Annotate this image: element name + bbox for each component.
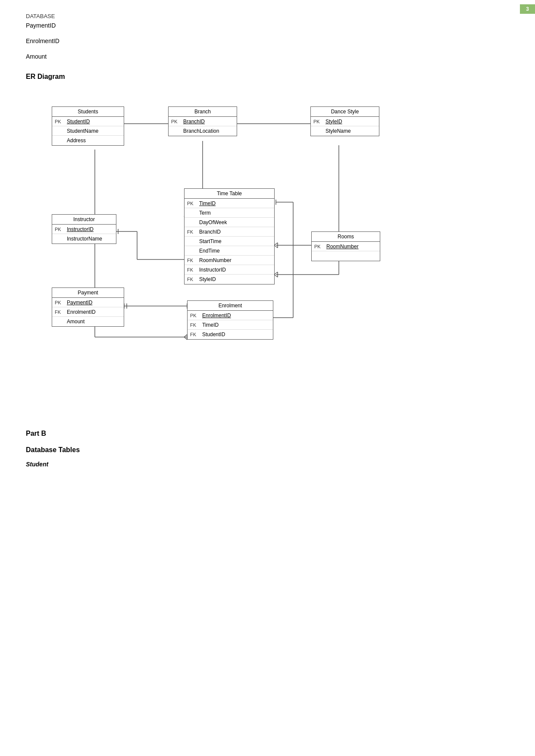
field-e-studentid: StudentID [202, 331, 225, 337]
entity-instructor-row-name: InstructorName [52, 234, 116, 244]
entity-dance-style: Dance Style PK StyleID StyleName [310, 106, 379, 136]
er-diagram: Students PK StudentID StudentName Addres… [26, 89, 500, 412]
field-tt-branchid: BranchID [199, 229, 221, 235]
entity-payment: Payment PK PaymentID FK EnrolmentID Amou… [52, 287, 124, 327]
entity-instructor: Instructor PK InstructorID InstructorNam… [52, 214, 116, 244]
entity-branch: Branch PK BranchID BranchLocation [168, 106, 237, 136]
entity-payment-row-amount: Amount [52, 317, 124, 326]
field-amount: Amount [26, 53, 509, 60]
entity-branch-row-location: BranchLocation [169, 126, 237, 136]
key-pk: PK [55, 119, 67, 124]
entity-timetable: Time Table PK TimeID Term DayOfWeek FK B… [184, 188, 275, 284]
entity-timetable-row-pk: PK TimeID [185, 199, 274, 208]
field-instructorname: InstructorName [67, 236, 102, 242]
page-number: 3 [520, 4, 535, 14]
entity-timetable-row-dayofweek: DayOfWeek [185, 218, 274, 227]
svg-line-8 [274, 243, 278, 245]
field-tt-instructorid: InstructorID [199, 267, 226, 273]
entity-rooms-title: Rooms [312, 232, 380, 242]
entity-instructor-row-pk: PK InstructorID [52, 225, 116, 234]
entity-enrolment-row-timeid: FK TimeID [188, 320, 273, 330]
entity-students-row-name: StudentName [52, 126, 124, 136]
field-paymentid: PaymentID [67, 300, 92, 306]
field-branchlocation: BranchLocation [183, 128, 219, 134]
field-tt-roomnumber: RoomNumber [199, 257, 232, 263]
entity-students-row-pk: PK StudentID [52, 117, 124, 126]
svg-line-35 [184, 334, 187, 337]
entity-timetable-row-starttime: StartTime [185, 237, 274, 246]
field-endtime: EndTime [199, 248, 220, 254]
field-e-timeid: TimeID [202, 322, 219, 328]
entity-students: Students PK StudentID StudentName Addres… [52, 106, 124, 146]
entity-payment-row-enrolmentid: FK EnrolmentID [52, 307, 124, 317]
entity-payment-title: Payment [52, 288, 124, 298]
entity-dance-style-row-name: StyleName [311, 126, 379, 136]
field-enrolmentid: EnrolmentID [202, 312, 231, 319]
entity-dance-style-title: Dance Style [311, 107, 379, 117]
entity-enrolment-row-studentid: FK StudentID [188, 330, 273, 339]
entity-timetable-title: Time Table [185, 189, 274, 199]
field-roomnumber: RoomNumber [326, 244, 359, 250]
field-timeid: TimeID [199, 200, 216, 206]
svg-line-20 [274, 272, 278, 275]
student-label: Student [26, 461, 509, 468]
field-starttime: StartTime [199, 238, 222, 244]
entity-timetable-row-endtime: EndTime [185, 246, 274, 256]
entity-dance-style-row-pk: PK StyleID [311, 117, 379, 126]
entity-enrolment: Enrolment PK EnrolmentID FK TimeID FK St… [187, 300, 273, 340]
entity-payment-row-pk: PK PaymentID [52, 298, 124, 307]
entity-rooms-row-pk: PK RoomNumber [312, 242, 380, 251]
field-address: Address [67, 137, 86, 144]
part-b-heading: Part B [26, 430, 509, 437]
field-branchid: BranchID [183, 119, 205, 125]
svg-line-9 [274, 245, 278, 248]
field-stylename: StyleName [325, 128, 351, 134]
field-p-enrolmentid: EnrolmentID [67, 309, 96, 315]
svg-line-21 [274, 275, 278, 277]
entity-timetable-row-instructorid: FK InstructorID [185, 265, 274, 275]
entity-branch-title: Branch [169, 107, 237, 117]
entity-rooms: Rooms PK RoomNumber [311, 231, 380, 261]
entity-branch-row-pk: PK BranchID [169, 117, 237, 126]
entity-students-row-address: Address [52, 136, 124, 145]
field-styleid: StyleID [325, 119, 342, 125]
field-studentname: StudentName [67, 128, 98, 134]
field-paymentid: PaymentID [26, 22, 509, 29]
entity-timetable-row-branchid: FK BranchID [185, 227, 274, 237]
field-p-amount: Amount [67, 319, 84, 325]
field-tt-styleid: StyleID [199, 276, 216, 282]
section-label: DATABASE [26, 13, 509, 19]
entity-enrolment-row-pk: PK EnrolmentID [188, 311, 273, 320]
entity-students-title: Students [52, 107, 124, 117]
field-studentid: StudentID [67, 119, 90, 125]
er-diagram-heading: ER Diagram [26, 73, 509, 81]
field-instructorid: InstructorID [67, 226, 94, 232]
field-term: Term [199, 210, 211, 216]
entity-instructor-title: Instructor [52, 215, 116, 225]
entity-timetable-row-term: Term [185, 208, 274, 218]
entity-rooms-row-empty [312, 251, 380, 261]
field-dayofweek: DayOfWeek [199, 219, 227, 225]
svg-line-36 [184, 337, 187, 340]
entity-enrolment-title: Enrolment [188, 301, 273, 311]
db-tables-heading: Database Tables [26, 446, 509, 454]
entity-timetable-row-roomnumber: FK RoomNumber [185, 256, 274, 265]
entity-timetable-row-styleid: FK StyleID [185, 275, 274, 284]
field-enrolmentid: EnrolmentID [26, 37, 509, 44]
